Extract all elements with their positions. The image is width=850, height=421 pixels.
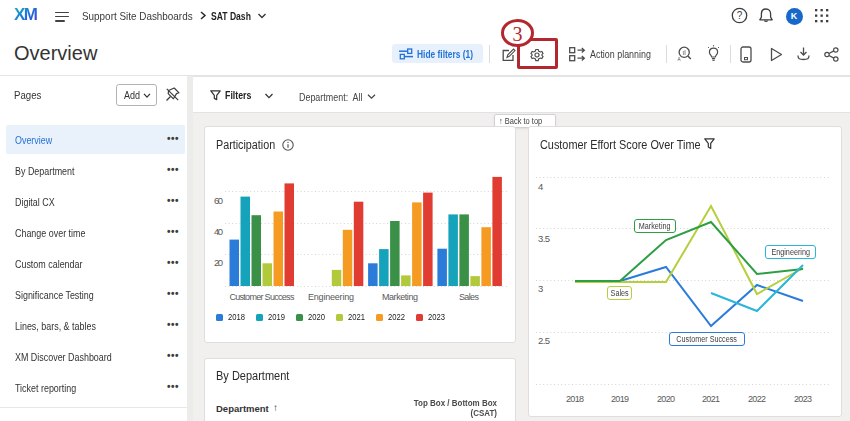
- svg-text:2020: 2020: [657, 394, 675, 404]
- svg-text:2021: 2021: [702, 394, 720, 404]
- svg-text:2019: 2019: [611, 394, 629, 404]
- svg-text:60: 60: [214, 195, 223, 206]
- svg-text:Marketing: Marketing: [382, 292, 418, 302]
- svg-text:A: A: [678, 57, 681, 62]
- svg-text:Engineering: Engineering: [308, 292, 354, 302]
- svg-text:?: ?: [737, 10, 743, 21]
- svg-text:4: 4: [538, 181, 543, 192]
- svg-text:2023: 2023: [794, 394, 812, 404]
- svg-text:3.5: 3.5: [538, 233, 550, 244]
- svg-text:ıl: ıl: [683, 49, 687, 56]
- svg-text:20: 20: [214, 257, 223, 268]
- svg-text:2.5: 2.5: [538, 335, 550, 346]
- svg-text:3: 3: [538, 283, 543, 294]
- svg-text:Customer Success: Customer Success: [229, 292, 295, 302]
- svg-text:2022: 2022: [748, 394, 766, 404]
- svg-text:2018: 2018: [566, 394, 584, 404]
- svg-text:Sales: Sales: [459, 292, 480, 302]
- svg-text:40: 40: [214, 226, 223, 237]
